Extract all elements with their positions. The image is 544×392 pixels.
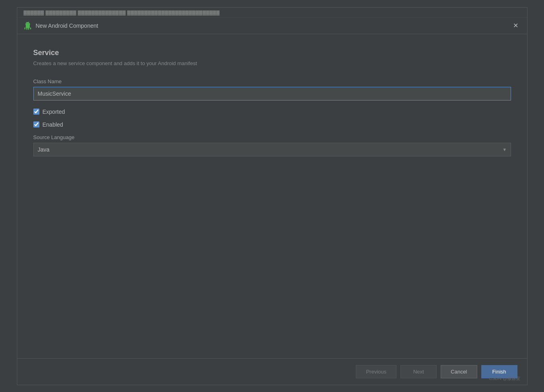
exported-group: Exported: [33, 109, 511, 115]
android-icon: [24, 22, 32, 30]
enabled-checkbox[interactable]: [33, 121, 39, 127]
source-language-select[interactable]: Java Kotlin: [33, 143, 511, 156]
enabled-label[interactable]: Enabled: [43, 121, 63, 128]
section-title: Service: [33, 49, 511, 57]
next-button[interactable]: Next: [400, 365, 437, 378]
class-name-input[interactable]: [33, 87, 511, 101]
dialog-title: New Android Component: [36, 23, 507, 29]
top-bar-hint: ▓▓▓▓▓▓ ▓▓▓▓▓▓▓▓▓ ▓▓▓▓▓▓▓▓▓▓▓▓▓▓ ▓▓▓▓▓▓▓▓…: [17, 8, 527, 18]
previous-button[interactable]: Previous: [356, 365, 396, 378]
exported-checkbox[interactable]: [33, 109, 39, 115]
source-language-label: Source Language: [33, 134, 511, 140]
watermark: CSDN @修炼室: [489, 376, 520, 382]
dialog-content: Service Creates a new service component …: [17, 34, 527, 358]
source-language-group: Source Language Java Kotlin: [33, 134, 511, 156]
title-bar: New Android Component ✕: [17, 18, 527, 34]
cancel-button[interactable]: Cancel: [441, 365, 477, 378]
exported-label[interactable]: Exported: [43, 109, 65, 115]
enabled-group: Enabled: [33, 121, 511, 128]
class-name-label: Class Name: [33, 78, 511, 84]
dialog-footer: Previous Next Cancel Finish: [17, 358, 527, 385]
close-button[interactable]: ✕: [511, 22, 521, 30]
source-language-wrapper: Java Kotlin: [33, 143, 511, 156]
class-name-group: Class Name: [33, 78, 511, 101]
section-description: Creates a new service component and adds…: [33, 60, 511, 66]
